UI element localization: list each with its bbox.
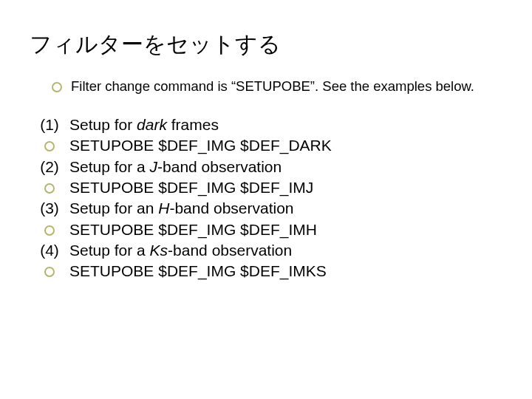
item-label: Setup for dark frames <box>69 115 502 135</box>
item-label: Setup for an H-band observation <box>69 198 502 219</box>
italic-term: Ks <box>150 242 168 259</box>
list-item: SETUPOBE $DEF_IMG $DEF_IMJ <box>30 177 502 198</box>
list-item: SETUPOBE $DEF_IMG $DEF_IMKS <box>30 261 502 282</box>
item-number: (2) <box>40 157 59 177</box>
list-item: (4) Setup for a Ks-band observation <box>30 240 502 261</box>
item-command: SETUPOBE $DEF_IMG $DEF_IMKS <box>69 261 502 282</box>
italic-term: dark <box>137 116 167 133</box>
list-item: (3) Setup for an H-band observation <box>30 198 502 219</box>
item-command: SETUPOBE $DEF_IMG $DEF_IMH <box>69 219 502 240</box>
item-label: Setup for a Ks-band observation <box>69 240 502 261</box>
item-label: Setup for a J-band observation <box>69 157 502 177</box>
slide: フィルターをセットする Filter change command is “SE… <box>0 0 532 399</box>
bullet-icon <box>52 82 62 92</box>
list-item: SETUPOBE $DEF_IMG $DEF_DARK <box>30 135 502 156</box>
item-number: (1) <box>40 115 59 135</box>
slide-title: フィルターをセットする <box>30 30 502 60</box>
example-list: (1) Setup for dark frames SETUPOBE $DEF_… <box>30 115 502 282</box>
bullet-icon <box>44 183 55 194</box>
list-item: SETUPOBE $DEF_IMG $DEF_IMH <box>30 219 502 240</box>
bullet-icon <box>44 141 55 151</box>
item-command: SETUPOBE $DEF_IMG $DEF_DARK <box>69 135 502 156</box>
italic-term: J <box>150 158 158 175</box>
italic-term: H <box>158 200 169 216</box>
intro-bullet: Filter change command is “SETUPOBE”. See… <box>52 78 502 95</box>
list-item: (2) Setup for a J-band observation <box>30 157 502 177</box>
item-number: (4) <box>40 240 59 261</box>
bullet-icon <box>44 267 55 277</box>
item-number: (3) <box>40 198 59 219</box>
list-item: (1) Setup for dark frames <box>30 115 502 135</box>
intro-text: Filter change command is “SETUPOBE”. See… <box>71 78 474 95</box>
bullet-icon <box>44 225 55 236</box>
item-command: SETUPOBE $DEF_IMG $DEF_IMJ <box>69 177 502 198</box>
